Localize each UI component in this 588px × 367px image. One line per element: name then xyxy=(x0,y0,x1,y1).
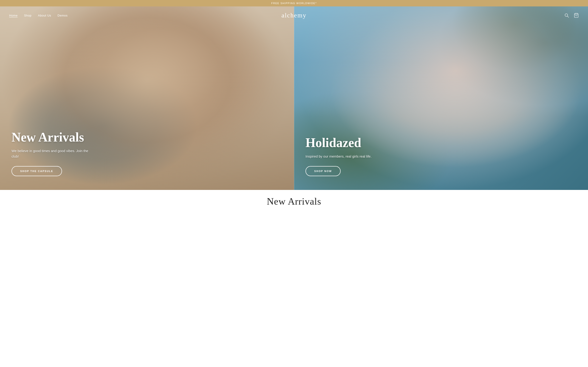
nav-left: Home Shop About Us Demos xyxy=(9,14,68,17)
site-logo[interactable]: alchemy xyxy=(282,12,307,19)
nav-home[interactable]: Home xyxy=(9,14,18,17)
hero-panel-left: New Arrivals We believe in good times an… xyxy=(0,6,294,190)
announcement-text: FREE SHIPPING WORLDWIDE* xyxy=(271,2,317,5)
nav-right xyxy=(564,13,579,18)
search-icon xyxy=(564,13,569,18)
shop-now-button[interactable]: SHOP NOW xyxy=(305,166,341,176)
hero-title-right: Holidazed xyxy=(305,135,577,150)
bottom-title: New Arrivals xyxy=(267,196,321,207)
search-button[interactable] xyxy=(564,13,569,18)
hero-subtitle-right: Inspired by our members, real girls real… xyxy=(305,154,384,159)
header: Home Shop About Us Demos alchemy xyxy=(0,7,588,23)
cart-button[interactable] xyxy=(574,13,579,18)
shop-capsule-button[interactable]: SHOP THE CAPSULE xyxy=(11,166,62,176)
hero-content-left: New Arrivals We believe in good times an… xyxy=(11,130,283,176)
hero-subtitle-left: We believe in good times and good vibes.… xyxy=(11,148,90,159)
cart-icon xyxy=(574,13,579,18)
hero-panel-right: Holidazed Inspired by our members, real … xyxy=(294,6,588,190)
bottom-section: New Arrivals xyxy=(0,190,588,213)
hero-title-left: New Arrivals xyxy=(11,130,283,144)
hero-section: New Arrivals We believe in good times an… xyxy=(0,6,588,190)
nav-demos[interactable]: Demos xyxy=(58,14,68,17)
nav-shop[interactable]: Shop xyxy=(24,14,32,17)
svg-point-0 xyxy=(565,14,568,17)
announcement-bar: FREE SHIPPING WORLDWIDE* xyxy=(0,0,588,6)
hero-divider xyxy=(294,6,294,190)
nav-about[interactable]: About Us xyxy=(38,14,51,17)
hero-content-right: Holidazed Inspired by our members, real … xyxy=(305,135,577,176)
svg-line-1 xyxy=(567,16,569,17)
